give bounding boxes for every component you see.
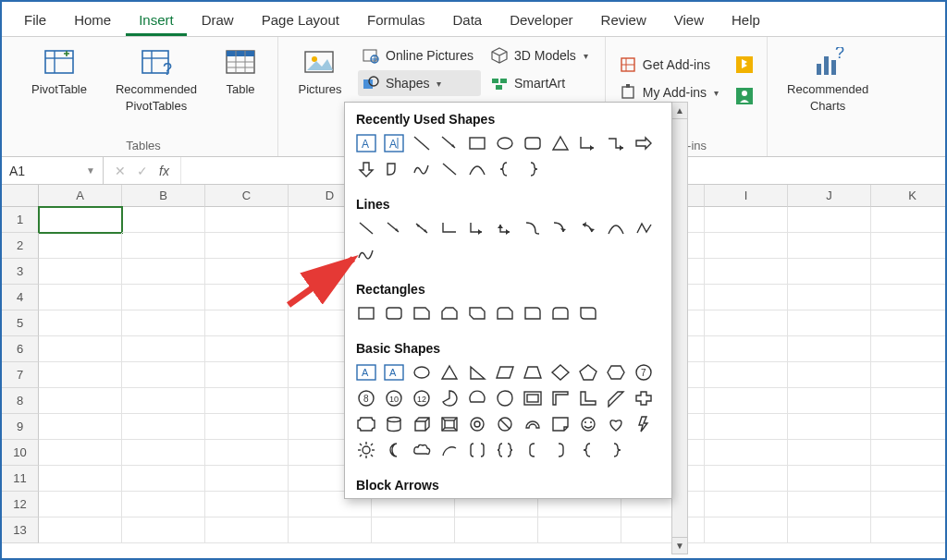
shape-rounded-rect[interactable] (382, 302, 406, 324)
shape-dodecagon[interactable]: 12 (410, 387, 434, 409)
cell[interactable] (122, 207, 205, 233)
cell[interactable] (39, 440, 122, 466)
cell[interactable] (205, 336, 289, 362)
shape-round1-rect[interactable] (521, 302, 545, 324)
shape-cube[interactable] (410, 413, 434, 435)
cell[interactable] (122, 492, 205, 517)
shape-arrow-down[interactable] (354, 158, 378, 180)
row-header[interactable]: 8 (2, 388, 39, 414)
tab-home[interactable]: Home (61, 5, 124, 36)
col-header[interactable]: C (205, 185, 289, 207)
cell[interactable] (871, 492, 947, 517)
fx-icon[interactable]: fx (159, 164, 169, 178)
cell[interactable] (538, 517, 621, 543)
shape-arc[interactable] (437, 439, 461, 461)
tab-developer[interactable]: Developer (497, 5, 585, 36)
cell[interactable] (705, 336, 788, 362)
row-header[interactable]: 6 (2, 336, 39, 362)
people-graph-button[interactable] (732, 83, 757, 109)
cell[interactable] (39, 285, 122, 310)
shape-line-double-arrow[interactable] (410, 217, 434, 239)
cell[interactable] (39, 492, 122, 517)
cell[interactable] (621, 517, 705, 543)
shape-donut[interactable] (465, 413, 489, 435)
online-pictures-button[interactable]: Online Pictures (358, 43, 481, 68)
cell[interactable] (122, 310, 205, 336)
row-header[interactable]: 9 (2, 414, 39, 440)
col-header[interactable]: A (39, 185, 122, 207)
shape-moon[interactable] (382, 439, 406, 461)
cell[interactable] (705, 233, 788, 259)
cell[interactable] (39, 414, 122, 440)
cell[interactable] (705, 285, 788, 310)
cell[interactable] (372, 517, 455, 543)
cell[interactable] (788, 440, 871, 466)
tab-page-layout[interactable]: Page Layout (249, 5, 352, 36)
cell[interactable] (205, 259, 289, 285)
cell[interactable] (205, 466, 289, 492)
cell[interactable] (205, 517, 289, 543)
cell[interactable] (122, 259, 205, 285)
cell[interactable] (122, 233, 205, 259)
cell[interactable] (871, 466, 947, 492)
shape-rounded-rect[interactable] (521, 132, 545, 154)
shape-line-arrow[interactable] (437, 132, 461, 154)
shape-heptagon[interactable]: 7 (632, 361, 656, 383)
shape-plaque[interactable] (354, 413, 378, 435)
shape-left-brace[interactable] (493, 158, 517, 180)
cell[interactable] (871, 440, 947, 466)
cell[interactable] (871, 259, 947, 285)
cell[interactable] (39, 310, 122, 336)
tab-data[interactable]: Data (439, 5, 495, 36)
tab-help[interactable]: Help (719, 5, 773, 36)
shapes-panel-scrollbar[interactable]: ▲ ▼ (671, 102, 688, 554)
enter-icon[interactable]: ✓ (137, 164, 148, 178)
cell[interactable] (122, 517, 205, 543)
cell[interactable] (788, 336, 871, 362)
table-button[interactable]: Table (213, 43, 268, 100)
cell[interactable] (788, 310, 871, 336)
cell[interactable] (788, 362, 871, 388)
shape-right-bracket[interactable] (548, 439, 572, 461)
cell[interactable] (788, 285, 871, 310)
cell[interactable] (788, 388, 871, 414)
shape-freeform2[interactable] (632, 217, 656, 239)
row-header[interactable]: 11 (2, 466, 39, 492)
shape-left-bracket[interactable] (521, 439, 545, 461)
cell[interactable] (39, 233, 122, 259)
shape-round2-rect[interactable] (548, 302, 572, 324)
cell[interactable] (39, 388, 122, 414)
shape-elbow[interactable] (437, 217, 461, 239)
cell[interactable] (705, 492, 788, 517)
cell[interactable] (205, 285, 289, 310)
shape-bevel[interactable] (437, 413, 461, 435)
shape-heart[interactable] (604, 413, 628, 435)
cell[interactable] (788, 492, 871, 517)
shape-right-brace[interactable] (521, 158, 545, 180)
col-header[interactable]: K (871, 185, 947, 207)
shape-octagon[interactable]: 8 (354, 387, 378, 409)
shape-parallelogram[interactable] (493, 361, 517, 383)
shape-lightning[interactable] (632, 413, 656, 435)
col-header[interactable]: I (705, 185, 788, 207)
shape-sun[interactable] (354, 439, 378, 461)
shape-oval[interactable] (493, 132, 517, 154)
pictures-button[interactable]: Pictures (288, 43, 352, 100)
row-header[interactable]: 5 (2, 310, 39, 336)
shape-cloud[interactable] (410, 439, 434, 461)
cell[interactable] (705, 207, 788, 233)
shape-can[interactable] (382, 413, 406, 435)
shape-pentagon[interactable] (576, 361, 600, 383)
shape-curve2[interactable] (604, 217, 628, 239)
3d-models-button[interactable]: 3D Models ▾ (486, 43, 596, 68)
row-header[interactable]: 10 (2, 440, 39, 466)
shape-triangle2[interactable] (437, 361, 461, 383)
shape-curved-arrow[interactable] (548, 217, 572, 239)
shape-decagon[interactable]: 10 (382, 387, 406, 409)
shape-no-symbol[interactable] (493, 413, 517, 435)
cell[interactable] (39, 466, 122, 492)
select-all-triangle[interactable] (2, 185, 39, 207)
row-header[interactable]: 3 (2, 259, 39, 285)
row-header[interactable]: 1 (2, 207, 39, 233)
shape-l-shape[interactable] (382, 158, 406, 180)
